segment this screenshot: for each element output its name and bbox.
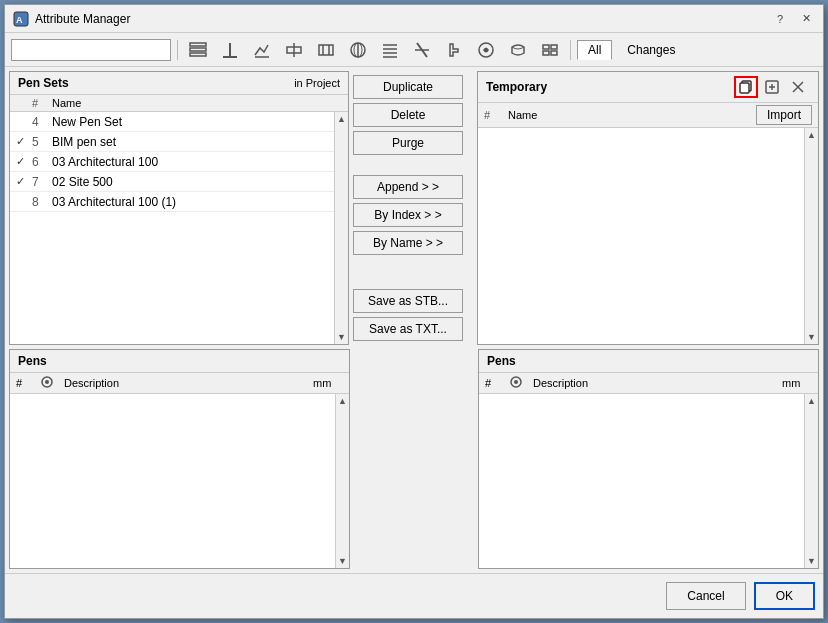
pen-sets-title: Pen Sets (18, 76, 69, 90)
import-button[interactable]: Import (756, 105, 812, 125)
pens-right-scroll-up[interactable]: ▲ (805, 394, 819, 408)
close-button[interactable]: ✕ (797, 10, 815, 28)
temporary-top-bar: Temporary (478, 72, 818, 103)
svg-rect-25 (551, 45, 557, 49)
tool-btn-11[interactable] (504, 36, 532, 64)
pens-right-title: Pens (479, 350, 818, 373)
ok-button[interactable]: OK (754, 582, 815, 610)
tool-btn-9[interactable] (440, 36, 468, 64)
save-stb-button[interactable]: Save as STB... (353, 289, 463, 313)
pens-right-scroll-down[interactable]: ▼ (805, 554, 819, 568)
pens-middle-spacer (354, 349, 474, 569)
tool-btn-10[interactable] (472, 36, 500, 64)
window-title: Attribute Manager (35, 12, 130, 26)
app-icon: A (13, 11, 29, 27)
svg-rect-26 (551, 51, 557, 55)
pens-left-list[interactable]: ▲ ▼ (10, 394, 349, 568)
temporary-list[interactable]: ▲ ▼ (478, 128, 818, 344)
pens-right-panel: Pens # Description mm ▲ ▼ (478, 349, 819, 569)
tab-changes[interactable]: Changes (616, 40, 686, 60)
list-item[interactable]: ✓ 7 02 Site 500 (10, 172, 334, 192)
cancel-button[interactable]: Cancel (666, 582, 745, 610)
svg-rect-28 (740, 83, 749, 93)
list-item[interactable]: 8 03 Architectural 100 (1) (10, 192, 334, 212)
pens-left-scroll-up[interactable]: ▲ (336, 394, 350, 408)
pens-right-list[interactable]: ▲ ▼ (479, 394, 818, 568)
by-index-button[interactable]: By Index > > (353, 203, 463, 227)
pens-right-col-header: # Description mm (479, 373, 818, 394)
tool-btn-3[interactable] (248, 36, 276, 64)
pen-sets-list[interactable]: 4 New Pen Set ✓ 5 BIM pen set ✓ 6 03 Arc… (10, 112, 348, 344)
svg-rect-24 (543, 51, 549, 55)
dialog-footer: Cancel OK (5, 573, 823, 618)
tool-btn-7[interactable] (376, 36, 404, 64)
svg-text:A: A (16, 15, 23, 25)
title-bar: A Attribute Manager ? ✕ (5, 5, 823, 33)
copy-icon-button[interactable] (734, 76, 758, 98)
svg-rect-4 (190, 43, 206, 46)
pens-left-panel: Pens # Description mm ▲ ▼ (9, 349, 350, 569)
pen-sets-panel: Pen Sets in Project # Name 4 New Pen Set (9, 71, 349, 345)
delete-icon-button[interactable] (786, 76, 810, 98)
pen-sets-scrollbar[interactable]: ▲ ▼ (334, 112, 348, 344)
temp-scroll-down[interactable]: ▼ (805, 330, 819, 344)
temp-scroll-up[interactable]: ▲ (805, 128, 819, 142)
duplicate-button[interactable]: Duplicate (353, 75, 463, 99)
temporary-title: Temporary (486, 80, 547, 94)
svg-rect-23 (543, 45, 549, 49)
list-item[interactable]: 4 New Pen Set (10, 112, 334, 132)
pens-left-scrollbar[interactable]: ▲ ▼ (335, 394, 349, 568)
temporary-panel: Temporary # Name (477, 71, 819, 345)
svg-rect-10 (319, 45, 333, 55)
middle-actions: Duplicate Delete Purge Append > > By Ind… (353, 71, 473, 345)
list-item[interactable]: ✓ 5 BIM pen set (10, 132, 334, 152)
pens-left-scroll-down[interactable]: ▼ (336, 554, 350, 568)
by-name-button[interactable]: By Name > > (353, 231, 463, 255)
pens-right-scrollbar[interactable]: ▲ ▼ (804, 394, 818, 568)
scroll-down[interactable]: ▼ (335, 330, 349, 344)
list-item[interactable]: ✓ 6 03 Architectural 100 (10, 152, 334, 172)
purge-button[interactable]: Purge (353, 131, 463, 155)
toolbar-sep-1 (177, 40, 178, 60)
pens-section: Pens # Description mm ▲ ▼ (9, 349, 819, 569)
scroll-up[interactable]: ▲ (335, 112, 349, 126)
help-button[interactable]: ? (771, 10, 789, 28)
new-icon-button[interactable] (760, 76, 784, 98)
pens-left-col-header: # Description mm (10, 373, 349, 394)
search-input[interactable] (11, 39, 171, 61)
tool-btn-4[interactable] (280, 36, 308, 64)
tool-btn-5[interactable] (312, 36, 340, 64)
tool-btn-2[interactable] (216, 36, 244, 64)
temporary-scrollbar[interactable]: ▲ ▼ (804, 128, 818, 344)
tool-btn-12[interactable] (536, 36, 564, 64)
pen-sets-header: Pen Sets in Project (10, 72, 348, 95)
pens-left-title: Pens (10, 350, 349, 373)
save-txt-button[interactable]: Save as TXT... (353, 317, 463, 341)
pen-list-column-headers: # Name (10, 95, 348, 112)
tool-btn-8[interactable] (408, 36, 436, 64)
toolbar-sep-2 (570, 40, 571, 60)
main-toolbar: All Changes (5, 33, 823, 67)
svg-point-37 (514, 380, 518, 384)
tab-all[interactable]: All (577, 40, 612, 60)
attribute-manager-window: A Attribute Manager ? ✕ (4, 4, 824, 619)
svg-point-35 (45, 380, 49, 384)
temporary-col-header: # Name Import (478, 103, 818, 128)
svg-rect-3 (190, 48, 206, 51)
append-button[interactable]: Append > > (353, 175, 463, 199)
in-project-label: in Project (294, 77, 340, 89)
delete-button[interactable]: Delete (353, 103, 463, 127)
svg-rect-2 (190, 53, 206, 56)
tool-btn-1[interactable] (184, 36, 212, 64)
tool-btn-6[interactable] (344, 36, 372, 64)
